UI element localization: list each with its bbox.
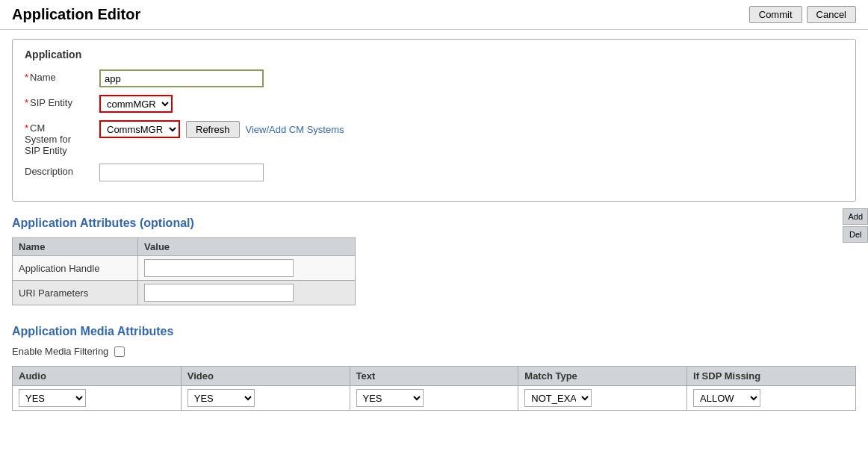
attributes-body: Application Handle URI Parameters (13, 256, 356, 305)
name-label: *Name (25, 69, 99, 83)
match-type-header: Match Type (518, 367, 687, 386)
add-button[interactable]: Add (843, 208, 868, 225)
enable-media-label: Enable Media Filtering (12, 346, 108, 357)
attributes-heading: Application Attributes (optional) (12, 217, 856, 230)
video-header: Video (181, 367, 350, 386)
sip-entity-select[interactable]: commMGR (99, 95, 173, 113)
audio-cell: YES NO (13, 386, 182, 411)
cm-row-controls: CommsMGR Refresh View/Add CM Systems (99, 120, 344, 138)
sdp-missing-select[interactable]: ALLOW DENY (693, 389, 760, 407)
attr-name-header: Name (13, 238, 138, 256)
description-input[interactable] (99, 164, 264, 181)
media-body: YES NO YES NO YES NO (13, 386, 856, 411)
audio-select[interactable]: YES NO (19, 389, 86, 407)
media-table: Audio Video Text Match Type If SDP Missi… (12, 366, 856, 411)
sip-entity-row: *SIP Entity commMGR (25, 95, 843, 113)
commit-button[interactable]: Commit (749, 6, 802, 23)
media-heading: Application Media Attributes (12, 325, 856, 338)
name-input[interactable] (99, 69, 264, 87)
app-handle-cell: Application Handle (13, 256, 138, 281)
cm-system-select[interactable]: CommsMGR (99, 120, 180, 138)
video-cell: YES NO (181, 386, 350, 411)
name-row: *Name (25, 69, 843, 87)
sdp-missing-header: If SDP Missing (687, 367, 856, 386)
media-header-row: Audio Video Text Match Type If SDP Missi… (13, 367, 856, 386)
page-title: Application Editor (12, 6, 140, 23)
match-type-cell: NOT_EXACT EXACT (518, 386, 687, 411)
name-required-star: * (25, 72, 28, 83)
uri-params-cell: URI Parameters (13, 281, 138, 305)
view-add-cm-link[interactable]: View/Add CM Systems (246, 124, 344, 135)
header-buttons: Commit Cancel (749, 6, 856, 23)
attributes-table: Name Value Application Handle URI Parame… (12, 237, 356, 305)
uri-params-value-cell (138, 281, 356, 305)
sdp-missing-cell: ALLOW DENY (687, 386, 856, 411)
media-attributes-section: Application Media Attributes Enable Medi… (12, 325, 856, 411)
description-row: Description (25, 164, 843, 181)
right-sidebar: Add Del (843, 208, 868, 243)
page-header: Application Editor Commit Cancel (0, 0, 868, 30)
app-handle-value-cell (138, 256, 356, 281)
enable-media-row: Enable Media Filtering (12, 346, 856, 357)
app-handle-input[interactable] (144, 259, 294, 277)
sip-entity-label: *SIP Entity (25, 95, 99, 108)
uri-params-input[interactable] (144, 284, 294, 302)
refresh-button[interactable]: Refresh (186, 121, 240, 138)
cancel-button[interactable]: Cancel (807, 6, 856, 23)
table-row: Application Handle (13, 256, 356, 281)
video-select[interactable]: YES NO (187, 389, 255, 407)
description-label: Description (25, 164, 99, 177)
spacer (12, 305, 856, 317)
attr-value-header: Value (138, 238, 356, 256)
enable-media-checkbox[interactable] (114, 346, 125, 357)
audio-header: Audio (13, 367, 182, 386)
cm-system-label: *CM System for SIP Entity (25, 120, 99, 156)
del-button[interactable]: Del (843, 226, 868, 243)
text-cell: YES NO (350, 386, 518, 411)
application-legend: Application (25, 49, 843, 60)
text-select[interactable]: YES NO (356, 389, 424, 407)
match-type-select[interactable]: NOT_EXACT EXACT (524, 389, 592, 407)
application-attributes-section: Application Attributes (optional) Name V… (12, 217, 856, 305)
table-row: YES NO YES NO YES NO (13, 386, 856, 411)
content-area: Application *Name *SIP Entity commMGR *C… (0, 30, 868, 420)
table-row: URI Parameters (13, 281, 356, 305)
text-header: Text (350, 367, 518, 386)
application-section: Application *Name *SIP Entity commMGR *C… (12, 39, 856, 202)
attributes-header-row: Name Value (13, 238, 356, 256)
cm-system-row: *CM System for SIP Entity CommsMGR Refre… (25, 120, 843, 156)
